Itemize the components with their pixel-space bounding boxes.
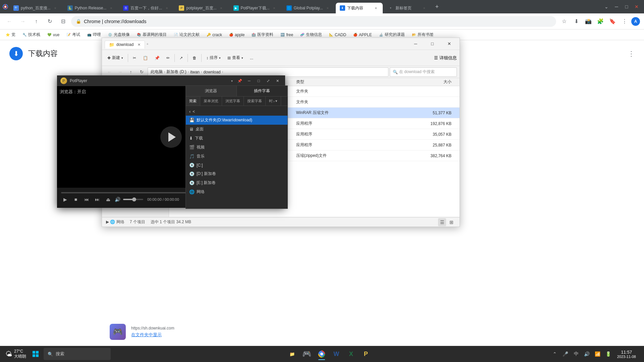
up-button[interactable]: ↑ bbox=[31, 16, 42, 27]
user-avatar[interactable]: A bbox=[631, 17, 640, 26]
extensions-button[interactable]: 🧩 bbox=[595, 16, 606, 27]
subtitle-sub-tab-time[interactable]: 时 › ▾ bbox=[266, 97, 281, 106]
taskbar-clock[interactable]: 11:57 2023-11-08 bbox=[614, 350, 639, 359]
col-header-size[interactable]: 大小 bbox=[389, 79, 457, 85]
mic-icon[interactable]: 🎤 bbox=[561, 349, 570, 359]
potplayer-dropdown-button[interactable]: ▾ bbox=[231, 79, 233, 83]
bookmark-party[interactable]: ⭐ 党 bbox=[3, 31, 18, 39]
sort-button[interactable]: ↕ 排序 ▾ bbox=[204, 53, 223, 63]
rename-button[interactable]: ✏ bbox=[164, 53, 172, 63]
explorer-minimize-button[interactable]: ─ bbox=[408, 39, 423, 49]
back-button[interactable]: ← bbox=[4, 16, 15, 27]
taskbar-search[interactable]: 🔍 搜索 bbox=[44, 348, 111, 360]
view-button[interactable]: ⊞ 查看 ▾ bbox=[225, 53, 246, 63]
copy-button[interactable]: 📋 bbox=[140, 53, 151, 63]
tree-item-downloads[interactable]: ⬇ 下载 bbox=[186, 134, 287, 143]
prev-button[interactable]: ⏮ bbox=[83, 195, 91, 203]
bookmark-bilibili[interactable]: 📺 哔哩 bbox=[84, 31, 104, 39]
tree-item-drive-d[interactable]: 💿 [D:] 新加卷 bbox=[186, 169, 287, 178]
more-options-button[interactable]: ⋮ bbox=[628, 50, 635, 58]
cut-button[interactable]: ✂ bbox=[130, 53, 139, 63]
delete-button[interactable]: 🗑 bbox=[190, 53, 199, 63]
tree-item-network[interactable]: 🌐 网络 bbox=[186, 187, 287, 196]
save-button[interactable]: 🔖 bbox=[607, 16, 618, 27]
new-button[interactable]: ✚ 新建 ▾ bbox=[105, 53, 126, 63]
bookmark-exam[interactable]: 📝 考试 bbox=[63, 31, 83, 39]
taskbar-app-potplayer2[interactable]: P bbox=[359, 347, 373, 361]
tab-new-tab[interactable]: + 新标签页 × bbox=[384, 3, 431, 13]
show-in-folder-link[interactable]: 在文件夹中显示 bbox=[131, 332, 162, 337]
tab-close-8[interactable]: × bbox=[422, 5, 427, 11]
address-bar[interactable]: 🔒 Chrome | chrome://downloads bbox=[71, 16, 556, 27]
grid-view-button[interactable]: ⊞ bbox=[447, 218, 455, 226]
more-tools-button[interactable]: ⋮ bbox=[619, 16, 630, 27]
tab-baidu[interactable]: 百 百度一下，你好... × bbox=[119, 3, 173, 13]
tab-potplayer-baidu[interactable]: P potplayer_百度... × bbox=[175, 3, 228, 13]
tab-close-3[interactable]: × bbox=[164, 5, 169, 11]
refresh-button[interactable]: ↻ bbox=[44, 16, 55, 27]
tab-close-2[interactable]: × bbox=[108, 5, 114, 11]
bookmark-techstack[interactable]: 🔧 技术栈 bbox=[19, 31, 43, 39]
tree-item-default-folder[interactable]: 💾 默认文件夹(D:\itwan\download) bbox=[186, 116, 287, 125]
volume-sys-icon[interactable]: 🔊 bbox=[582, 349, 592, 359]
tree-item-drive-e[interactable]: 💿 [E:] 新加卷 bbox=[186, 178, 287, 187]
next-button[interactable]: ⏭ bbox=[93, 195, 101, 203]
potplayer-minimize-button[interactable]: ─ bbox=[245, 77, 254, 84]
play-pause-button[interactable]: ▶ bbox=[61, 195, 69, 203]
tab-python-search[interactable]: 🔍 python_百度搜... × bbox=[9, 3, 62, 13]
tab-close-5[interactable]: × bbox=[272, 5, 277, 11]
potplayer-maximize-button[interactable]: ⤢ bbox=[264, 77, 272, 84]
battery-icon[interactable]: 🔋 bbox=[604, 349, 613, 359]
taskbar-app-word[interactable]: W bbox=[330, 347, 343, 361]
list-view-button[interactable]: ☰ bbox=[438, 218, 446, 226]
taskbar-app-potplayer-thumb[interactable]: 🎮 bbox=[300, 347, 314, 361]
explorer-tab-close[interactable]: ✕ bbox=[138, 43, 141, 47]
details-button[interactable]: ☰ 详细信息 bbox=[434, 55, 457, 61]
tab-close-1[interactable]: × bbox=[53, 5, 58, 11]
tab-view-button[interactable]: ⊟ bbox=[58, 16, 68, 27]
input-method-icon[interactable]: 中 bbox=[572, 349, 581, 359]
tab-close-6[interactable]: × bbox=[325, 5, 330, 11]
minimize-button[interactable]: ─ bbox=[612, 2, 621, 11]
weather-widget[interactable]: 🌤 27°C 大晴朗 bbox=[3, 349, 29, 359]
show-hidden-icons-button[interactable]: ⌃ bbox=[550, 349, 559, 359]
tab-potplayer-download[interactable]: ▶ PotPlayer下载... × bbox=[229, 3, 281, 13]
col-header-type[interactable]: 类型 bbox=[296, 79, 389, 85]
eject-button[interactable]: ⏏ bbox=[104, 195, 112, 203]
share-button[interactable]: ↗ bbox=[177, 53, 185, 63]
screenshot-button[interactable]: 📸 bbox=[583, 16, 594, 27]
tree-item-music[interactable]: 🎵 音乐 bbox=[186, 152, 287, 161]
tree-item-videos[interactable]: 🎬 视频 bbox=[186, 143, 287, 152]
potplayer-pin-button[interactable]: 📌 bbox=[235, 77, 244, 84]
forward-button[interactable]: → bbox=[17, 16, 28, 27]
close-button[interactable]: ✕ bbox=[632, 2, 641, 11]
tree-item-desktop[interactable]: 🖥 桌面 bbox=[186, 125, 287, 134]
subtitle-sub-tab-search[interactable]: 搜索字幕 bbox=[244, 97, 266, 106]
taskbar-app-excel[interactable]: X bbox=[344, 347, 358, 361]
taskbar-app-explorer[interactable]: 📁 bbox=[285, 347, 299, 361]
more-button[interactable]: ... bbox=[247, 53, 256, 63]
subtitle-sub-tab-simple[interactable]: 简索 bbox=[186, 97, 200, 106]
subtitle-tab-plugin[interactable]: 插件字幕 bbox=[237, 86, 288, 96]
add-tab-button[interactable]: + bbox=[146, 42, 148, 46]
taskbar-app-chrome[interactable] bbox=[315, 347, 328, 361]
volume-bar[interactable] bbox=[123, 199, 143, 200]
network-sys-icon[interactable]: 📶 bbox=[593, 349, 602, 359]
volume-handle[interactable] bbox=[132, 197, 136, 201]
bookmark-button[interactable]: ☆ bbox=[559, 16, 570, 27]
tab-list-button[interactable]: ⌄ bbox=[602, 2, 611, 11]
explorer-tab[interactable]: 📁 download ✕ bbox=[105, 41, 145, 49]
tab-python-release[interactable]: 🐍 Python Release... × bbox=[63, 3, 118, 13]
explorer-search[interactable]: 🔍 在 download 中搜索 bbox=[390, 67, 457, 77]
tab-downloads[interactable]: ⬇ 下载内容 × bbox=[336, 3, 383, 13]
explorer-close-button[interactable]: ✕ bbox=[441, 39, 457, 49]
bookmark-vue[interactable]: 💚 vue bbox=[44, 31, 62, 39]
download-notif-button[interactable]: ⬇ bbox=[571, 16, 582, 27]
paste-button[interactable]: 📌 bbox=[152, 53, 162, 63]
stop-button[interactable]: ■ bbox=[72, 195, 80, 203]
tab-close-7[interactable]: × bbox=[373, 5, 379, 11]
potplayer-restore-button[interactable]: □ bbox=[254, 77, 263, 84]
start-button[interactable] bbox=[29, 347, 42, 361]
tab-close-4[interactable]: × bbox=[219, 5, 224, 11]
new-tab-button[interactable]: + bbox=[432, 2, 442, 11]
